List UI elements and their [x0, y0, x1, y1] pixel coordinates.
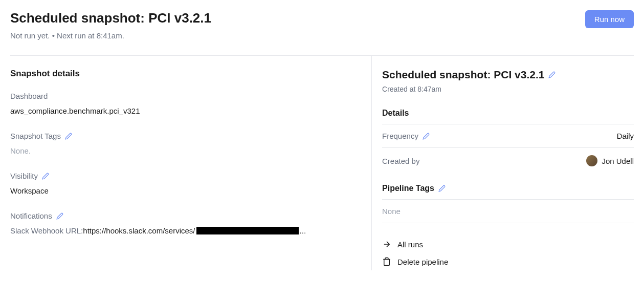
snapshot-details-heading: Snapshot details [10, 69, 361, 79]
frequency-row: Frequency Daily [382, 124, 634, 147]
run-now-button[interactable]: Run now [585, 10, 634, 28]
dashboard-label: Dashboard [10, 92, 361, 100]
createdby-row: Created by Jon Udell [382, 147, 634, 174]
redacted-url [196, 227, 299, 234]
pipeline-tags-value: None [382, 199, 634, 223]
delete-pipeline-label: Delete pipeline [397, 258, 448, 266]
snapshot-details-panel: Snapshot details Dashboard aws_complianc… [10, 56, 372, 270]
createdby-label: Created by [382, 157, 419, 165]
frequency-label: Frequency [382, 132, 418, 140]
avatar [586, 155, 597, 166]
page-title: Scheduled snapshot: PCI v3.2.1 [10, 10, 585, 26]
visibility-label: Visibility [10, 172, 38, 180]
all-runs-link[interactable]: All runs [382, 236, 634, 253]
snapshot-tags-value: None. [10, 146, 361, 155]
arrow-right-icon [382, 240, 391, 249]
pipeline-panel: Scheduled snapshot: PCI v3.2.1 Created a… [372, 56, 634, 270]
frequency-value: Daily [617, 132, 634, 140]
page-subtitle: Not run yet. • Next run at 8:41am. [10, 31, 585, 40]
pencil-icon[interactable] [548, 71, 556, 78]
pencil-icon[interactable] [423, 133, 430, 140]
all-runs-label: All runs [397, 240, 423, 249]
visibility-value: Workspace [10, 186, 361, 195]
pencil-icon[interactable] [438, 185, 446, 192]
webhook-url-prefix: https://hooks.slack.com/services/ [83, 226, 195, 235]
pipeline-tags-heading: Pipeline Tags [382, 184, 434, 193]
trash-icon [382, 257, 391, 266]
notifications-label: Notifications [10, 211, 52, 220]
pencil-icon[interactable] [65, 133, 72, 140]
pencil-icon[interactable] [56, 212, 63, 220]
createdby-value: Jon Udell [602, 157, 634, 165]
webhook-label: Slack Webhook URL: [10, 226, 83, 235]
delete-pipeline-link[interactable]: Delete pipeline [382, 253, 634, 270]
dashboard-value: aws_compliance.benchmark.pci_v321 [10, 106, 361, 115]
pipeline-created-at: Created at 8:47am [382, 85, 634, 93]
pipeline-title: Scheduled snapshot: PCI v3.2.1 [382, 69, 544, 81]
webhook-url-suffix: ... [300, 226, 306, 235]
snapshot-tags-label: Snapshot Tags [10, 132, 61, 140]
details-heading: Details [382, 109, 634, 118]
pencil-icon[interactable] [42, 173, 49, 180]
